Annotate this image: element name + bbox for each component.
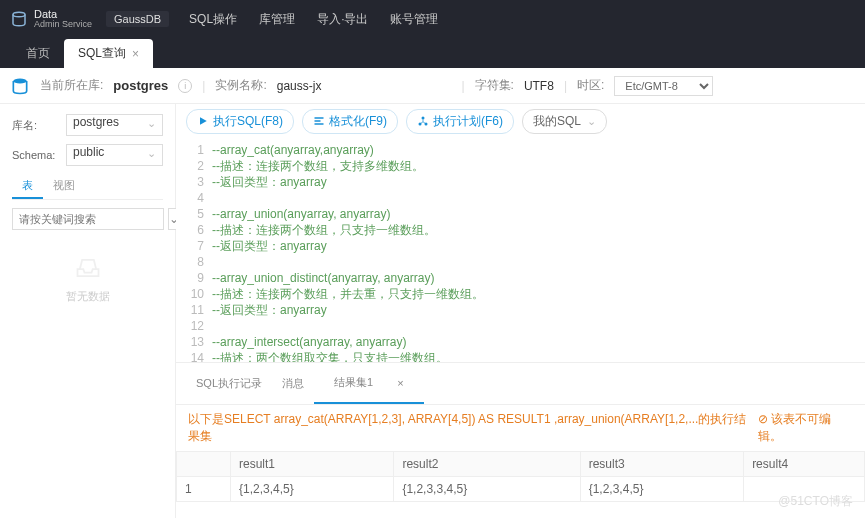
svg-rect-4 — [315, 123, 324, 125]
brand-logo: Data Admin Service — [10, 9, 92, 29]
top-bar: Data Admin Service GaussDB SQL操作 库管理 导入·… — [0, 0, 865, 38]
tab-home[interactable]: 首页 — [12, 39, 64, 68]
main-panel: 执行SQL(F8) 格式化(F9) 执行计划(F6) 我的SQL 1--arra… — [176, 104, 865, 518]
db-select[interactable]: postgres — [66, 114, 163, 136]
results-tab-resultset[interactable]: 结果集1× — [314, 363, 424, 404]
context-bar: 当前所在库: postgres i | 实例名称: gauss-jx | 字符集… — [0, 68, 865, 104]
svg-rect-2 — [315, 117, 324, 119]
result-banner: 以下是SELECT array_cat(ARRAY[1,2,3], ARRAY[… — [188, 411, 758, 445]
explain-plan-button[interactable]: 执行计划(F6) — [406, 109, 514, 134]
table-row: 1{1,2,3,4,5}{1,2,3,3,4,5}{1,2,3,4,5} — [177, 477, 865, 502]
tree-search-input[interactable] — [12, 208, 164, 230]
my-sql-dropdown[interactable]: 我的SQL — [522, 109, 607, 134]
nav-sql-ops[interactable]: SQL操作 — [189, 11, 237, 28]
close-icon[interactable]: × — [132, 47, 139, 61]
play-icon — [197, 115, 209, 127]
results-tab-messages[interactable]: 消息 — [272, 363, 314, 404]
inbox-icon — [70, 254, 106, 282]
sidebar: 库名:postgres Schema:public 表 视图 ⌄ C 暂无数据 — [0, 104, 176, 518]
run-sql-button[interactable]: 执行SQL(F8) — [186, 109, 294, 134]
tab-sql-query[interactable]: SQL查询× — [64, 39, 153, 68]
sql-toolbar: 执行SQL(F8) 格式化(F9) 执行计划(F6) 我的SQL — [176, 104, 865, 138]
database-icon — [10, 10, 28, 28]
sql-editor[interactable]: 1--array_cat(anyarray,anyarray)2--描述：连接两… — [176, 138, 865, 362]
plan-icon — [417, 115, 429, 127]
tree-empty-state: 暂无数据 — [12, 254, 163, 304]
format-icon — [313, 115, 325, 127]
side-tab-views[interactable]: 视图 — [43, 174, 85, 199]
nav-account[interactable]: 账号管理 — [390, 11, 438, 28]
brand-line2: Admin Service — [34, 20, 92, 29]
instance-label: 实例名称: — [215, 77, 266, 94]
watermark: @51CTO博客 — [778, 493, 853, 510]
tz-label: 时区: — [577, 77, 604, 94]
top-nav: SQL操作 库管理 导入·导出 账号管理 — [189, 11, 438, 28]
format-sql-button[interactable]: 格式化(F9) — [302, 109, 398, 134]
results-panel: SQL执行记录 消息 结果集1× 以下是SELECT array_cat(ARR… — [176, 362, 865, 518]
svg-point-0 — [13, 12, 25, 17]
readonly-notice: 该表不可编辑。 — [758, 411, 853, 445]
nav-db-mgmt[interactable]: 库管理 — [259, 11, 295, 28]
charset-value: UTF8 — [524, 79, 554, 93]
charset-label: 字符集: — [475, 77, 514, 94]
result-table: result1result2result3result4 1{1,2,3,4,5… — [176, 451, 865, 502]
db-icon — [10, 76, 30, 96]
current-db-value: postgres — [113, 78, 168, 93]
current-db-label: 当前所在库: — [40, 77, 103, 94]
instance-value: gauss-jx — [277, 79, 322, 93]
nav-import-export[interactable]: 导入·导出 — [317, 11, 368, 28]
page-tabs: 首页 SQL查询× — [0, 38, 865, 68]
svg-rect-3 — [315, 120, 321, 122]
db-select-label: 库名: — [12, 118, 66, 133]
timezone-select[interactable]: Etc/GMT-8 — [614, 76, 713, 96]
schema-select-label: Schema: — [12, 149, 66, 161]
info-icon[interactable]: i — [178, 79, 192, 93]
svg-point-1 — [13, 78, 26, 83]
close-icon[interactable]: × — [387, 371, 413, 395]
engine-badge: GaussDB — [106, 11, 169, 27]
schema-select[interactable]: public — [66, 144, 163, 166]
side-tab-tables[interactable]: 表 — [12, 174, 43, 199]
svg-point-5 — [422, 117, 425, 120]
results-tab-history[interactable]: SQL执行记录 — [186, 363, 272, 404]
